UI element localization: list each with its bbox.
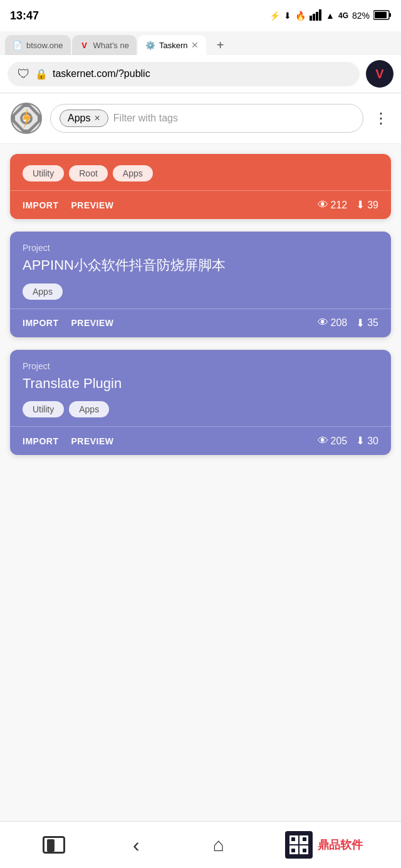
svg-rect-1 (313, 14, 315, 21)
lock-icon: 🔒 (35, 68, 48, 80)
download-icon: ⬇ (284, 11, 291, 21)
card-1-tag-apps[interactable]: Apps (113, 165, 153, 181)
card-1-downloads: ⬇ 39 (356, 198, 378, 212)
card-1-stats: 👁 212 ⬇ 39 (318, 198, 379, 212)
brand-area: 鼎品软件 (285, 831, 363, 859)
card-3-preview-btn[interactable]: PREVIEW (71, 436, 113, 446)
card-2-view-count: 208 (331, 317, 348, 329)
tab-label-whats: What's ne (93, 41, 129, 50)
more-menu-button[interactable]: ⋮ (371, 107, 391, 130)
card-2-footer: IMPORT PREVIEW 👁 208 ⬇ 35 (23, 309, 378, 337)
network-icon: 4G (338, 11, 348, 20)
card-3-type: Project (23, 361, 378, 371)
card-1-import-btn[interactable]: IMPORT (23, 200, 58, 210)
card-1-tags: Utility Root Apps (23, 165, 378, 181)
svg-rect-26 (291, 849, 295, 852)
card-3: Project Translate Plugin Utility Apps IM… (10, 350, 391, 456)
card-3-import-btn[interactable]: IMPORT (23, 436, 58, 446)
svg-marker-11 (38, 115, 41, 121)
card-1-view-count: 212 (331, 200, 348, 211)
card-3-tag-utility[interactable]: Utility (23, 401, 64, 417)
status-time: 13:47 (10, 9, 39, 23)
card-2-inner: Project APPINN小众软件抖音防烧屏脚本 Apps IMPORT PR… (10, 232, 391, 337)
back-button[interactable]: ‹ (120, 829, 152, 860)
card-1-inner: Utility Root Apps IMPORT PREVIEW 👁 212 ⬇ (10, 154, 391, 219)
new-tab-button[interactable]: + (210, 35, 230, 55)
tab-bar: 📄 btsow.one V What's ne ⚙️ Taskern ✕ + (0, 31, 401, 55)
svg-rect-25 (303, 837, 306, 841)
card-3-download-count: 30 (367, 436, 378, 447)
address-bar-row: 🛡 🔒 taskernet.com/?public V (0, 55, 401, 93)
browser-chrome: 📄 btsow.one V What's ne ⚙️ Taskern ✕ + 🛡… (0, 31, 401, 93)
tab-btsow[interactable]: 📄 btsow.one (5, 35, 71, 55)
svg-rect-24 (291, 837, 295, 841)
vivaldi-logo: V (375, 67, 383, 81)
tasker-logo (10, 102, 43, 135)
wifi-icon: ▲ (326, 11, 335, 21)
card-3-views: 👁 205 (318, 435, 348, 447)
card-3-inner: Project Translate Plugin Utility Apps IM… (10, 350, 391, 456)
tab-label-taskernet: Taskern (159, 41, 188, 50)
filter-tag-text: Apps (68, 113, 90, 124)
page-content: Apps × Filter with tags ⋮ Utility Root A… (0, 93, 401, 827)
tab-favicon-taskernet: ⚙️ (145, 40, 155, 50)
card-2-import-btn[interactable]: IMPORT (23, 318, 58, 328)
brand-logo (285, 831, 313, 859)
card-3-stats: 👁 205 ⬇ 30 (318, 434, 379, 447)
filter-placeholder: Filter with tags (113, 113, 178, 124)
card-2-views: 👁 208 (318, 317, 348, 329)
tab-taskernet[interactable]: ⚙️ Taskern ✕ (138, 35, 207, 55)
card-1-download-count: 39 (367, 200, 378, 211)
card-1-footer: IMPORT PREVIEW 👁 212 ⬇ 39 (23, 191, 378, 219)
card-1-views: 👁 212 (318, 199, 348, 212)
battery-level: 82% (352, 11, 370, 21)
status-bar: 13:47 ⚡ ⬇ 🔥 ▲ 4G 82% (0, 0, 401, 31)
card-3-title: Translate Plugin (23, 375, 378, 393)
tab-close-button[interactable]: ✕ (191, 40, 199, 50)
filter-tag-remove[interactable]: × (94, 113, 100, 124)
svg-marker-13 (23, 130, 29, 133)
card-2-tags: Apps (23, 283, 378, 300)
brand-name: 鼎品软件 (318, 837, 363, 852)
cards-container: Utility Root Apps IMPORT PREVIEW 👁 212 ⬇ (0, 144, 401, 465)
home-button[interactable]: ⌂ (203, 829, 234, 860)
battery-icon (373, 10, 391, 22)
svg-rect-2 (316, 12, 318, 21)
tab-label-btsow: btsow.one (26, 41, 63, 50)
address-url[interactable]: taskernet.com/?public (53, 68, 350, 79)
card-2-download-count: 35 (367, 317, 378, 329)
bolt-icon: ⚡ (269, 11, 280, 21)
download-icon-card3: ⬇ (356, 434, 365, 447)
vivaldi-menu-button[interactable]: V (366, 60, 393, 88)
svg-rect-27 (303, 849, 306, 852)
bottom-navigation: ‹ ⌂ 鼎品软件 (0, 821, 401, 868)
card-3-footer: IMPORT PREVIEW 👁 205 ⬇ 30 (23, 427, 378, 455)
card-2-preview-btn[interactable]: PREVIEW (71, 318, 113, 328)
shield-icon: 🛡 (18, 67, 30, 81)
card-2-tag-apps[interactable]: Apps (23, 283, 63, 300)
card-1-tag-root[interactable]: Root (69, 165, 108, 181)
card-2-type: Project (23, 243, 378, 253)
card-1-preview-btn[interactable]: PREVIEW (71, 200, 113, 210)
eye-icon: 👁 (318, 199, 328, 212)
tab-favicon-whats: V (80, 40, 90, 50)
svg-marker-15 (11, 115, 15, 121)
filter-tag-apps[interactable]: Apps × (60, 110, 108, 127)
card-3-tags: Utility Apps (23, 401, 378, 417)
svg-rect-0 (310, 16, 312, 21)
card-3-downloads: ⬇ 30 (356, 434, 378, 447)
address-bar[interactable]: 🛡 🔒 taskernet.com/?public (8, 62, 360, 86)
tab-whats-new[interactable]: V What's ne (72, 35, 137, 55)
tabs-overview-button[interactable] (38, 829, 70, 860)
back-icon: ‹ (133, 834, 140, 857)
signal-icon (310, 9, 322, 23)
download-icon-card1: ⬇ (356, 198, 365, 212)
svg-rect-3 (319, 9, 321, 21)
eye-icon-2: 👁 (318, 317, 328, 329)
card-1-tag-utility[interactable]: Utility (23, 165, 64, 181)
card-2-downloads: ⬇ 35 (356, 317, 378, 330)
filter-input[interactable]: Apps × Filter with tags (50, 104, 363, 133)
tab-favicon-btsow: 📄 (13, 40, 23, 50)
download-icon-card2: ⬇ (356, 317, 365, 330)
card-3-tag-apps[interactable]: Apps (69, 401, 109, 417)
